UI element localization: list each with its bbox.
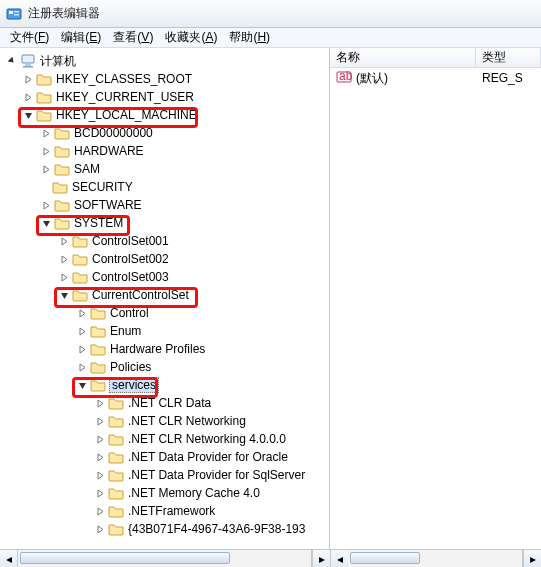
scroll-thumb[interactable] [20,552,230,564]
tree-label: Enum [109,324,142,338]
string-value-icon: ab [336,70,352,87]
expand-toggle[interactable] [58,235,70,247]
tree-item-hkcu[interactable]: HKEY_CURRENT_USER [2,88,330,106]
tree-item-policies[interactable]: Policies [2,358,330,376]
scroll-thumb[interactable] [350,552,420,564]
values-header: 名称 类型 [330,48,541,68]
collapse-toggle[interactable] [22,109,34,121]
expand-toggle[interactable] [94,415,106,427]
tree-label: .NETFramework [127,504,216,518]
folder-icon [108,504,124,518]
tree-label: CurrentControlSet [91,288,190,302]
window-title: 注册表编辑器 [28,5,100,22]
tree-item-services[interactable]: services [2,376,330,394]
expand-toggle[interactable] [94,505,106,517]
tree-label: .NET Data Provider for Oracle [127,450,289,464]
expand-toggle[interactable] [58,253,70,265]
tree-item-software[interactable]: SOFTWARE [2,196,330,214]
expand-toggle[interactable] [76,361,88,373]
menu-view[interactable]: 查看(V) [109,28,157,47]
tree-label: .NET CLR Networking [127,414,247,428]
tree-item-cs002[interactable]: ControlSet002 [2,250,330,268]
tree-item-hardware-profiles[interactable]: Hardware Profiles [2,340,330,358]
tree-item-service[interactable]: .NET Data Provider for SqlServer [2,466,330,484]
menu-edit[interactable]: 编辑(E) [57,28,105,47]
tree-label: HKEY_LOCAL_MACHINE [55,108,198,122]
expand-toggle[interactable] [40,163,52,175]
scroll-right-button[interactable]: ▸ [312,550,330,567]
folder-open-icon [36,108,52,122]
scroll-left-button[interactable]: ◂ [330,550,348,567]
tree-label: Control [109,306,150,320]
registry-tree[interactable]: 计算机 HKEY_CLASSES_ROOT HKEY_CURRENT_USER [0,48,329,542]
tree-item-service[interactable]: .NETFramework [2,502,330,520]
expand-toggle[interactable] [40,199,52,211]
tree-item-service[interactable]: .NET CLR Networking [2,412,330,430]
tree-item-hkcr[interactable]: HKEY_CLASSES_ROOT [2,70,330,88]
scroll-right-button[interactable]: ▸ [523,550,541,567]
folder-icon [54,126,70,140]
expand-toggle[interactable] [94,523,106,535]
tree-item-service[interactable]: .NET CLR Networking 4.0.0.0 [2,430,330,448]
tree-hscroll-track[interactable] [18,550,312,567]
expand-toggle[interactable] [94,487,106,499]
expand-toggle[interactable] [94,397,106,409]
tree-item-control[interactable]: Control [2,304,330,322]
tree-item-service[interactable]: .NET CLR Data [2,394,330,412]
col-header-type[interactable]: 类型 [476,48,541,67]
collapse-toggle[interactable] [40,217,52,229]
expand-toggle[interactable] [6,55,18,67]
regedit-app-icon [6,6,22,22]
tree-item-hardware[interactable]: HARDWARE [2,142,330,160]
tree-item-hklm[interactable]: HKEY_LOCAL_MACHINE [2,106,330,124]
tree-item-bcd[interactable]: BCD00000000 [2,124,330,142]
tree-item-service[interactable]: {43B071F4-4967-43A6-9F38-193 [2,520,330,538]
tree-label: {43B071F4-4967-43A6-9F38-193 [127,522,306,536]
tree-label: ControlSet001 [91,234,170,248]
svg-rect-5 [25,64,31,66]
tree-label: Hardware Profiles [109,342,206,356]
expand-toggle[interactable] [94,469,106,481]
folder-open-icon [90,378,106,392]
collapse-toggle[interactable] [76,379,88,391]
tree-root-computer[interactable]: 计算机 [2,52,330,70]
expand-toggle[interactable] [22,91,34,103]
tree-label: .NET Memory Cache 4.0 [127,486,261,500]
tree-label: BCD00000000 [73,126,154,140]
expand-toggle[interactable] [22,73,34,85]
tree-label: HARDWARE [73,144,145,158]
tree-item-security[interactable]: SECURITY [2,178,330,196]
expand-toggle[interactable] [58,271,70,283]
svg-rect-3 [14,14,19,16]
menu-favorites[interactable]: 收藏夹(A) [161,28,221,47]
tree-label: Policies [109,360,152,374]
tree-item-sam[interactable]: SAM [2,160,330,178]
folder-icon [108,522,124,536]
expand-toggle[interactable] [94,451,106,463]
expand-toggle[interactable] [94,433,106,445]
expand-toggle[interactable] [76,325,88,337]
menu-file[interactable]: 文件(F) [6,28,53,47]
col-header-name[interactable]: 名称 [330,48,476,67]
menubar: 文件(F) 编辑(E) 查看(V) 收藏夹(A) 帮助(H) [0,28,541,48]
svg-rect-4 [22,55,34,63]
value-row-default[interactable]: ab (默认) REG_S [330,68,541,86]
svg-text:ab: ab [339,70,352,83]
tree-item-currentcontrolset[interactable]: CurrentControlSet [2,286,330,304]
scroll-left-button[interactable]: ◂ [0,550,18,567]
tree-item-service[interactable]: .NET Data Provider for Oracle [2,448,330,466]
tree-item-system[interactable]: SYSTEM [2,214,330,232]
menu-help[interactable]: 帮助(H) [225,28,274,47]
tree-item-service[interactable]: .NET Memory Cache 4.0 [2,484,330,502]
expand-toggle[interactable] [76,307,88,319]
expand-toggle[interactable] [40,127,52,139]
folder-icon [72,234,88,248]
folder-icon [108,414,124,428]
collapse-toggle[interactable] [58,289,70,301]
expand-toggle[interactable] [76,343,88,355]
values-hscroll-track[interactable] [348,550,523,567]
tree-item-cs001[interactable]: ControlSet001 [2,232,330,250]
tree-item-cs003[interactable]: ControlSet003 [2,268,330,286]
tree-item-enum[interactable]: Enum [2,322,330,340]
expand-toggle[interactable] [40,145,52,157]
